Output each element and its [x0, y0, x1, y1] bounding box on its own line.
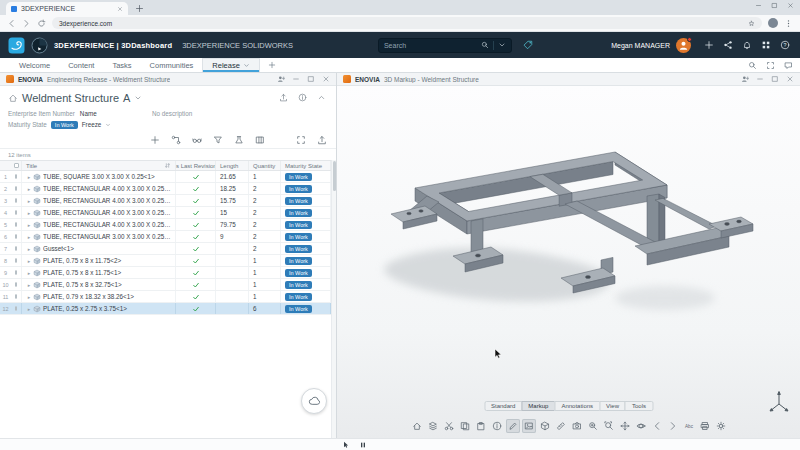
collapse-up-icon[interactable]	[317, 93, 326, 102]
row-checkbox[interactable]	[11, 219, 22, 230]
window-close-icon[interactable]	[787, 2, 794, 9]
back-icon[interactable]	[7, 19, 16, 28]
chat-icon[interactable]	[784, 61, 793, 70]
person-plus-icon[interactable]	[741, 75, 749, 83]
flask-icon[interactable]	[234, 135, 244, 145]
row-checkbox[interactable]	[11, 279, 22, 290]
new-tab-icon[interactable]	[135, 4, 144, 13]
part-title[interactable]: PLATE, 0.75 x 8 x 11.75<2>	[43, 257, 171, 264]
add-dashboard-tab[interactable]	[260, 58, 284, 72]
view-tab-annotations[interactable]: Annotations	[554, 401, 600, 411]
part-title[interactable]: TUBE, RECTANGULAR 4.00 X 3.00 X 0.25<2>	[43, 209, 171, 216]
zoom-fit-icon[interactable]	[602, 419, 616, 433]
expand-icon[interactable]: ▸	[26, 246, 32, 252]
row-checkbox[interactable]	[11, 183, 22, 194]
abc-icon[interactable]: Abc	[682, 419, 696, 433]
row-checkbox[interactable]	[11, 255, 22, 266]
view-tab-markup[interactable]: Markup	[521, 401, 555, 411]
pen-icon[interactable]	[506, 419, 520, 433]
table-row[interactable]: 4▸TUBE, RECTANGULAR 4.00 X 3.00 X 0.25<2…	[0, 207, 331, 219]
compass-icon[interactable]	[31, 37, 48, 54]
expand-icon[interactable]: ▸	[26, 198, 32, 204]
table-row[interactable]: 11▸PLATE, 0.79 x 18.32 x 38.26<1>1In Wor…	[0, 291, 331, 303]
part-title[interactable]: TUBE, RECTANGULAR 4.00 X 3.00 X 0.25<7>	[43, 185, 171, 192]
part-title[interactable]: PLATE, 0.25 x 2.75 x 3.75<1>	[43, 305, 171, 312]
tab-tasks[interactable]: Tasks	[103, 58, 140, 72]
plus-icon[interactable]	[704, 40, 714, 50]
expand-icon[interactable]: ▸	[26, 222, 32, 228]
magnifier-icon[interactable]	[748, 61, 757, 70]
window-minimize-icon[interactable]	[755, 2, 762, 9]
image-icon[interactable]	[522, 419, 536, 433]
close-icon[interactable]	[322, 75, 330, 83]
select-all-checkbox[interactable]	[11, 161, 22, 170]
info-icon[interactable]	[298, 93, 307, 102]
window-maximize-icon[interactable]	[771, 2, 778, 9]
forward-icon[interactable]	[666, 419, 680, 433]
pause-icon[interactable]	[359, 441, 367, 449]
freeze-action[interactable]: Freeze	[82, 121, 102, 128]
orbit-icon[interactable]	[634, 419, 648, 433]
freeze-chevron-icon[interactable]	[105, 122, 111, 128]
part-title[interactable]: PLATE, 0.79 x 18.32 x 38.26<1>	[43, 293, 171, 300]
share-icon[interactable]	[723, 40, 733, 50]
box-icon[interactable]	[538, 419, 552, 433]
maximize-icon[interactable]	[307, 75, 315, 83]
part-title[interactable]: TUBE, SQUARE 3.00 X 3.00 X 0.25<1>	[43, 173, 171, 180]
fullscreen-icon[interactable]	[766, 61, 775, 70]
info-icon[interactable]	[490, 419, 504, 433]
home-icon[interactable]	[410, 419, 424, 433]
maturity-state-badge[interactable]: In Work	[51, 121, 78, 129]
copy-icon[interactable]	[458, 419, 472, 433]
row-checkbox[interactable]	[11, 303, 22, 314]
col-last-revision[interactable]: Is Last Revision	[176, 161, 216, 170]
table-row[interactable]: 3▸TUBE, RECTANGULAR 4.00 X 3.00 X 0.25<8…	[0, 195, 331, 207]
sort-icon[interactable]	[164, 162, 171, 169]
table-row[interactable]: 1▸TUBE, SQUARE 3.00 X 3.00 X 0.25<1>21.6…	[0, 171, 331, 183]
share-fab-button[interactable]	[301, 388, 327, 414]
paste-icon[interactable]	[474, 419, 488, 433]
expand-icon[interactable]: ▸	[26, 258, 32, 264]
expand-icon[interactable]: ▸	[26, 174, 32, 180]
browser-profile-avatar[interactable]	[768, 18, 778, 28]
table-row[interactable]: 9▸PLATE, 0.75 x 8 x 11.75<1>1In Work	[0, 267, 331, 279]
tab-communities[interactable]: Communities	[141, 58, 203, 72]
table-row[interactable]: 7▸Gusset<1>2In Work	[0, 243, 331, 255]
row-checkbox[interactable]	[11, 195, 22, 206]
browser-menu-icon[interactable]	[784, 19, 793, 28]
url-field[interactable]: 3dexperience.com	[52, 17, 762, 29]
col-length[interactable]: Length	[216, 161, 249, 170]
minus-icon[interactable]	[292, 75, 300, 83]
col-title[interactable]: Title	[26, 163, 37, 169]
view-tab-view[interactable]: View	[599, 401, 626, 411]
layers-icon[interactable]	[426, 419, 440, 433]
cursor-icon[interactable]	[342, 441, 350, 449]
minus-icon[interactable]	[756, 75, 764, 83]
export-icon[interactable]	[317, 135, 327, 145]
part-title[interactable]: PLATE, 0.75 x 8 x 11.75<1>	[43, 269, 171, 276]
pan-icon[interactable]	[618, 419, 632, 433]
part-title[interactable]: TUBE, RECTANGULAR 3.00 X 3.00 X 0.25<10>	[43, 233, 171, 240]
table-row[interactable]: 12▸PLATE, 0.25 x 2.75 x 3.75<1>6In Work	[0, 303, 331, 315]
global-search[interactable]	[378, 38, 512, 53]
user-avatar[interactable]	[676, 38, 691, 53]
part-title[interactable]: PLATE, 0.75 x 8 x 32.75<1>	[43, 281, 171, 288]
col-maturity[interactable]: Maturity State	[281, 161, 331, 170]
table-row[interactable]: 8▸PLATE, 0.75 x 8 x 11.75<2>1In Work	[0, 255, 331, 267]
tab-close-icon[interactable]	[117, 6, 123, 12]
export-icon[interactable]	[279, 93, 288, 102]
table-row[interactable]: 10▸PLATE, 0.75 x 8 x 32.75<1>1In Work	[0, 279, 331, 291]
expand-icon[interactable]: ▸	[26, 306, 32, 312]
home-icon[interactable]	[8, 93, 18, 103]
bookmark-star-icon[interactable]	[748, 20, 755, 27]
row-checkbox[interactable]	[11, 243, 22, 254]
search-icon[interactable]	[481, 41, 489, 49]
print-icon[interactable]	[698, 419, 712, 433]
part-name[interactable]: Weldment Structure	[22, 92, 119, 104]
tag-icon[interactable]	[523, 40, 533, 50]
zoom-in-icon[interactable]	[586, 419, 600, 433]
expand-icon[interactable]: ▸	[26, 186, 32, 192]
maximize-icon[interactable]	[771, 75, 779, 83]
row-checkbox[interactable]	[11, 207, 22, 218]
glasses-icon[interactable]	[192, 135, 202, 145]
